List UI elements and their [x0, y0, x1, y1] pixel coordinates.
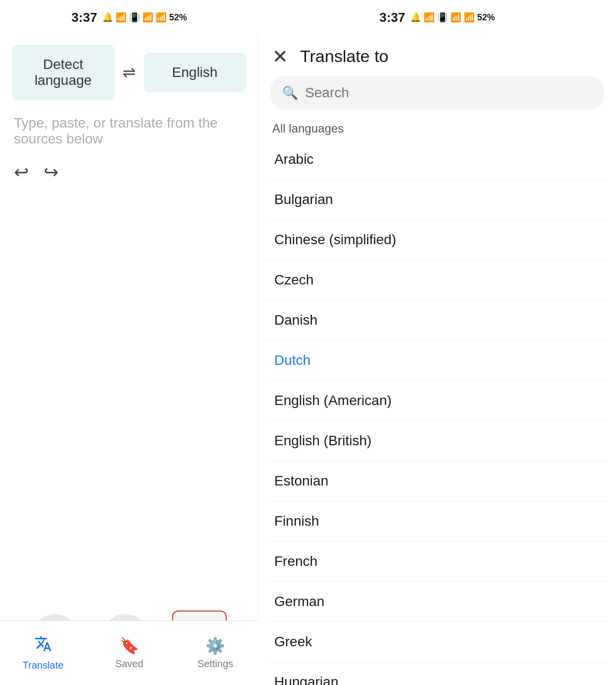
search-bar: 🔍 — [270, 76, 604, 110]
translate-to-header: ✕ Translate to — [258, 35, 616, 76]
nav-settings-label: Settings — [197, 658, 233, 670]
list-item[interactable]: English (American) — [266, 381, 608, 421]
status-time-right: 3:37 🔔 📶 📳 📶 📶 52% — [258, 10, 616, 25]
list-item[interactable]: Estonian — [266, 461, 608, 501]
settings-nav-icon: ⚙️ — [205, 636, 225, 655]
right-panel: ✕ Translate to 🔍 All languages Arabic Bu… — [258, 0, 616, 685]
close-button[interactable]: ✕ — [272, 47, 288, 66]
nav-translate[interactable]: Translate — [0, 629, 86, 677]
nav-settings[interactable]: ⚙️ Settings — [172, 630, 258, 676]
nav-translate-label: Translate — [23, 660, 64, 671]
input-placeholder: Type, paste, or translate from the sourc… — [0, 110, 258, 152]
english-language-button[interactable]: English — [144, 53, 246, 92]
bottom-nav: Translate 🔖 Saved ⚙️ Settings — [0, 620, 258, 685]
detect-language-button[interactable]: Detect language — [12, 45, 115, 100]
list-item[interactable]: Czech — [266, 260, 608, 300]
list-item[interactable]: French — [266, 542, 608, 582]
swap-languages-icon[interactable]: ⇌ — [123, 63, 136, 82]
search-input[interactable] — [305, 85, 592, 101]
list-item[interactable]: Finnish — [266, 501, 608, 542]
language-selector: Detect language ⇌ English — [0, 35, 258, 110]
list-item[interactable]: Danish — [266, 300, 608, 341]
list-item[interactable]: Bulgarian — [266, 180, 608, 220]
list-item[interactable]: Hungarian — [266, 662, 608, 685]
translate-nav-icon — [34, 635, 52, 657]
status-icons-right: 🔔 📶 📳 📶 📶 52% — [410, 12, 495, 23]
language-list: Arabic Bulgarian Chinese (simplified) Cz… — [258, 139, 616, 685]
list-item[interactable]: Chinese (simplified) — [266, 220, 608, 260]
close-icon: ✕ — [272, 46, 288, 67]
undo-redo-bar: ↩ ↪ — [0, 152, 258, 193]
status-time-left: 3:37 🔔 📶 📳 📶 📶 52% — [0, 10, 258, 25]
search-icon: 🔍 — [282, 85, 298, 101]
all-languages-label: All languages — [258, 118, 616, 139]
undo-button[interactable]: ↩ — [14, 162, 29, 183]
list-item-dutch[interactable]: Dutch — [266, 341, 608, 381]
status-bar: 3:37 🔔 📶 📳 📶 📶 52% 3:37 🔔 📶 📳 📶 📶 52% — [0, 0, 616, 35]
list-item[interactable]: Greek — [266, 622, 608, 662]
list-item[interactable]: German — [266, 582, 608, 622]
left-panel: Detect language ⇌ English Type, paste, o… — [0, 0, 258, 685]
status-icons-left: 🔔 📶 📳 📶 📶 52% — [102, 12, 187, 23]
list-item[interactable]: English (British) — [266, 421, 608, 461]
translate-to-title: Translate to — [300, 47, 388, 66]
list-item[interactable]: Arabic — [266, 139, 608, 180]
nav-saved-label: Saved — [115, 658, 143, 670]
saved-nav-icon: 🔖 — [120, 636, 139, 655]
redo-button[interactable]: ↪ — [44, 162, 59, 183]
nav-saved[interactable]: 🔖 Saved — [86, 630, 173, 676]
